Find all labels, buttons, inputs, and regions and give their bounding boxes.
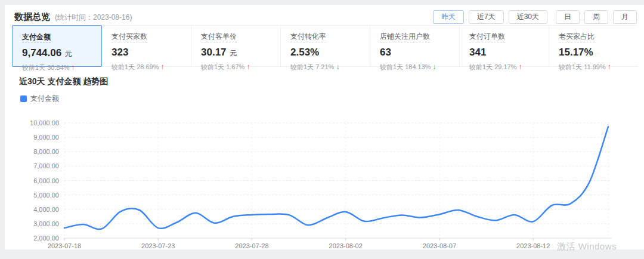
metric-card-4[interactable]: 店铺关注用户数63较前1天 184.13%↓ xyxy=(370,26,460,66)
metric-title: 支付金额 xyxy=(22,32,92,42)
metric-value: 9,744.06 元 xyxy=(22,47,92,59)
x-axis-tick-label: 2023-08-02 xyxy=(329,242,363,249)
up-arrow-icon: ↑ xyxy=(71,63,75,72)
metric-change: 较前1天 30.84%↑ xyxy=(22,63,92,72)
x-axis-tick-label: 2023-08-12 xyxy=(516,242,550,249)
x-axis-tick-label: 2023-08-07 xyxy=(423,242,456,249)
metric-change: 较前1天 28.69%↑ xyxy=(112,63,181,72)
metric-change: 较前1天 11.99%↑ xyxy=(559,63,628,72)
page-title: 数据总览 xyxy=(14,11,50,23)
metric-title: 支付客单价 xyxy=(201,32,271,42)
trend-line[interactable] xyxy=(64,127,608,229)
up-arrow-icon: ↑ xyxy=(518,63,522,71)
range-button-4[interactable]: 周 xyxy=(584,10,608,24)
metric-change: 较前1天 29.17%↑ xyxy=(469,63,539,72)
metric-card-5[interactable]: 支付订单数341较前1天 29.17%↑ xyxy=(460,26,549,66)
metric-title: 支付转化率 xyxy=(290,32,360,42)
x-axis-tick-label: 2023-07-28 xyxy=(235,242,268,249)
metric-value: 341 xyxy=(469,47,539,58)
y-axis-tick-label: 3,000.00 xyxy=(33,220,59,227)
metric-value: 323 xyxy=(112,47,181,58)
y-axis-tick-label: 4,000.00 xyxy=(33,206,59,213)
y-axis-tick-label: 6,000.00 xyxy=(33,177,59,184)
stat-time-label: (统计时间：2023-08-16) xyxy=(55,13,132,23)
metric-value: 63 xyxy=(380,47,450,58)
x-axis-tick-label: 2023-07-18 xyxy=(48,242,81,249)
metric-card-2[interactable]: 支付客单价30.17 元较前1天 1.67%↑ xyxy=(191,26,281,66)
chart-section: 近30天 支付金额 趋势图 支付金额 10,000.009,000.008,00… xyxy=(5,76,644,255)
range-button-3[interactable]: 日 xyxy=(556,10,580,24)
y-axis-tick-label: 5,000.00 xyxy=(33,192,59,199)
dashboard-panel: 数据总览 (统计时间：2023-08-16) 昨天近7天近30天日周月 支付金额… xyxy=(5,5,644,249)
metric-card-0[interactable]: 支付金额9,744.06 元较前1天 30.84%↑ xyxy=(12,25,102,67)
y-axis-tick-label: 2,000.00 xyxy=(33,235,59,242)
metric-title: 支付买家数 xyxy=(112,32,181,42)
y-axis-tick-label: 10,000.00 xyxy=(30,119,59,127)
date-range-button-group: 昨天近7天近30天日周月 xyxy=(428,10,637,24)
metric-change: 较前1天 7.21%↓ xyxy=(290,63,360,72)
chart-title: 近30天 支付金额 趋势图 xyxy=(19,76,644,87)
range-button-0[interactable]: 昨天 xyxy=(433,10,464,24)
up-arrow-icon: ↑ xyxy=(608,63,611,71)
range-button-2[interactable]: 近30天 xyxy=(509,10,547,24)
trend-chart-canvas: 10,000.009,000.008,000.007,000.006,000.0… xyxy=(5,107,637,255)
metric-title: 老买家占比 xyxy=(559,32,628,42)
metric-title: 支付订单数 xyxy=(469,32,539,42)
metric-title: 店铺关注用户数 xyxy=(380,32,450,42)
up-arrow-icon: ↑ xyxy=(160,63,164,71)
metric-value: 15.17% xyxy=(559,47,628,58)
y-axis-tick-label: 9,000.00 xyxy=(33,134,59,141)
legend-swatch-icon xyxy=(20,95,27,102)
y-axis-tick-label: 7,000.00 xyxy=(33,162,59,169)
metric-value: 2.53% xyxy=(290,47,360,58)
range-button-5[interactable]: 月 xyxy=(613,10,637,24)
metric-card-6[interactable]: 老买家占比15.17%较前1天 11.99%↑ xyxy=(549,26,638,66)
metric-value: 30.17 元 xyxy=(201,47,271,58)
metric-card-1[interactable]: 支付买家数323较前1天 28.69%↑ xyxy=(102,26,191,66)
metric-change: 较前1天 1.67%↑ xyxy=(201,63,271,72)
legend-label: 支付金额 xyxy=(30,94,59,104)
down-arrow-icon: ↓ xyxy=(433,63,436,71)
down-arrow-icon: ↓ xyxy=(336,63,339,71)
range-button-1[interactable]: 近7天 xyxy=(469,10,504,24)
y-axis-tick-label: 8,000.00 xyxy=(33,148,59,155)
chart-legend-item[interactable]: 支付金额 xyxy=(20,94,59,104)
x-axis-tick-label: 2023-07-23 xyxy=(141,242,175,249)
metric-change: 较前1天 184.13%↓ xyxy=(380,63,450,72)
metrics-row: 支付金额9,744.06 元较前1天 30.84%↑支付买家数323较前1天 2… xyxy=(12,25,638,67)
metric-card-3[interactable]: 支付转化率2.53%较前1天 7.21%↓ xyxy=(281,26,370,66)
trend-chart: 10,000.009,000.008,000.007,000.006,000.0… xyxy=(5,107,644,255)
up-arrow-icon: ↑ xyxy=(246,63,250,71)
header-bar: 数据总览 (统计时间：2023-08-16) 昨天近7天近30天日周月 xyxy=(5,5,644,25)
activate-windows-watermark: 激活 Windows xyxy=(557,241,617,252)
